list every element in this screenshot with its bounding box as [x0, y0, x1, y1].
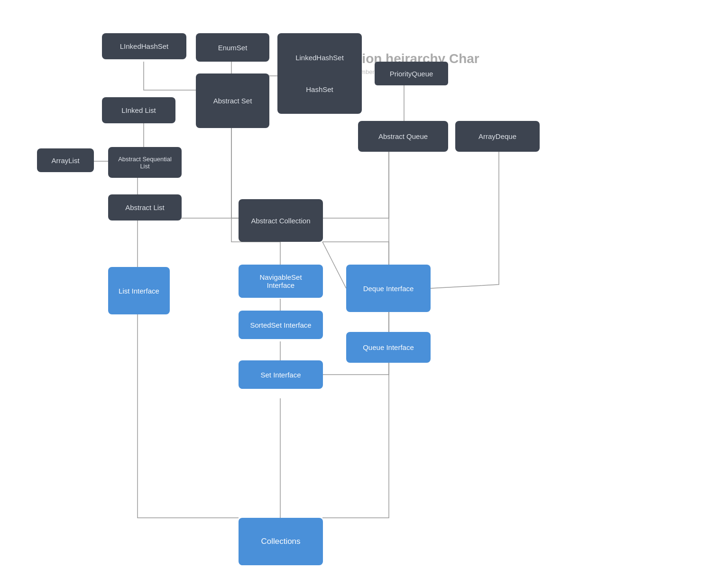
node-linked-list[interactable]: LInked List	[102, 97, 175, 123]
node-sortedset-interface[interactable]: SortedSet Interface	[239, 311, 323, 339]
node-abstract-collection[interactable]: Abstract Collection	[239, 199, 323, 242]
node-array-deque[interactable]: ArrayDeque	[455, 121, 540, 152]
node-navigableset-interface[interactable]: NavigableSet Interface	[239, 265, 323, 298]
node-abstract-queue[interactable]: Abstract Queue	[358, 121, 448, 152]
node-linked-hash-set-left[interactable]: LInkedHashSet	[102, 33, 186, 59]
node-set-interface[interactable]: Set Interface	[239, 360, 323, 389]
node-deque-interface[interactable]: Deque Interface	[346, 265, 431, 312]
node-queue-interface[interactable]: Queue Interface	[346, 332, 431, 363]
linked-hash-set-right-label: LinkedHashSet	[295, 54, 344, 62]
node-priority-queue[interactable]: PriorityQueue	[375, 62, 448, 85]
node-collections[interactable]: Collections	[239, 518, 323, 565]
node-linked-hash-set-right[interactable]: LinkedHashSet HashSet	[277, 33, 362, 114]
node-list-interface[interactable]: List Interface	[108, 267, 170, 314]
node-abstract-list[interactable]: Abstract List	[108, 194, 182, 220]
node-array-list[interactable]: ArrayList	[37, 148, 94, 172]
hash-set-label: HashSet	[295, 85, 344, 93]
node-abstract-set[interactable]: Abstract Set	[196, 74, 269, 128]
node-abstract-sequential-list[interactable]: Abstract Sequential List	[108, 147, 182, 178]
node-enum-set[interactable]: EnumSet	[196, 33, 269, 62]
